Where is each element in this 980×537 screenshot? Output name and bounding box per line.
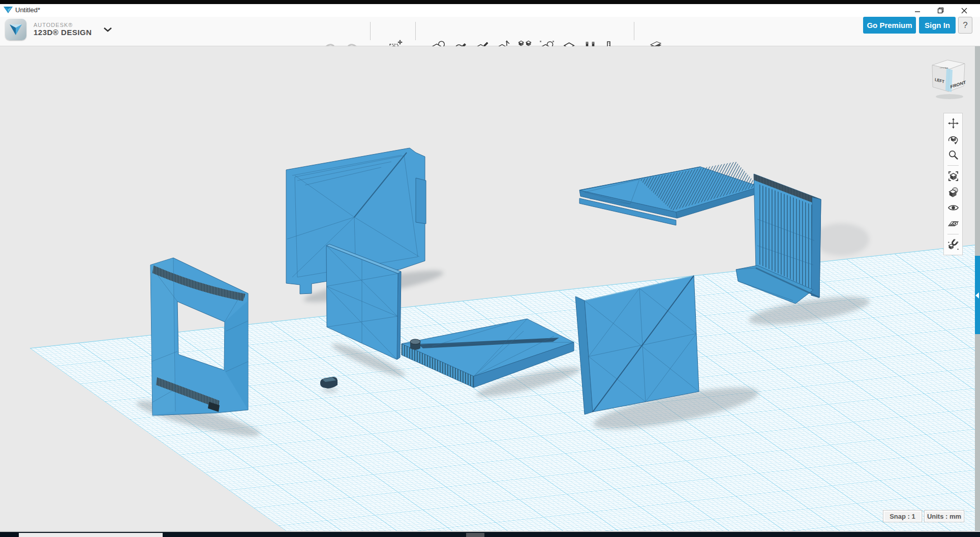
taskbar-strip	[0, 531, 980, 537]
nav-divider	[947, 234, 959, 234]
top-black-strip	[0, 0, 980, 4]
units-setting[interactable]: Units : mm	[924, 510, 964, 522]
viewport[interactable]: TOP LEFT FRONT	[0, 46, 980, 531]
restore-button[interactable]	[930, 4, 951, 17]
snap-toggle-icon[interactable]	[944, 237, 962, 253]
go-premium-button[interactable]: Go Premium	[863, 17, 916, 34]
taskbar-segment	[484, 533, 980, 537]
app-window: Untitled* AUTODESK® 123D® DESIGN	[0, 0, 980, 537]
minimize-button[interactable]	[907, 4, 928, 17]
show-hide-icon[interactable]	[944, 200, 962, 216]
toolbar-separator	[634, 22, 634, 40]
pan-icon[interactable]	[944, 115, 962, 131]
toolbar-separator	[415, 22, 416, 40]
chevron-down-icon[interactable]	[103, 27, 112, 32]
taskbar-segment	[466, 533, 484, 537]
fit-view-icon[interactable]	[944, 168, 962, 184]
right-edge-strip	[975, 46, 980, 531]
toolbar-separator	[370, 22, 371, 40]
shading-icon[interactable]	[944, 184, 962, 200]
help-button[interactable]: ?	[958, 17, 972, 34]
app-logo-icon	[4, 7, 13, 14]
snap-setting[interactable]: Snap : 1	[883, 510, 922, 522]
vented-top-cover[interactable]	[579, 162, 761, 225]
taskbar-segment	[0, 533, 19, 537]
close-button[interactable]	[954, 4, 974, 17]
orbit-icon[interactable]	[944, 131, 962, 147]
app-menu[interactable]: AUTODESK® 123D® DESIGN	[5, 19, 112, 40]
taskbar-segment	[163, 533, 466, 537]
zoom-icon[interactable]	[944, 147, 962, 163]
grid-visibility-icon[interactable]	[944, 216, 962, 231]
nav-toolbar	[943, 113, 963, 255]
titlebar: Untitled*	[0, 4, 980, 17]
app-brand-text: AUTODESK® 123D® DESIGN	[34, 22, 92, 36]
panel-expand-arrow-icon	[975, 292, 979, 299]
window-title: Untitled*	[15, 6, 40, 14]
brand-line2: 123D® DESIGN	[34, 28, 92, 37]
panel-expand-handle[interactable]	[975, 256, 980, 334]
nav-divider	[947, 165, 959, 166]
sign-in-button[interactable]: Sign In	[919, 17, 956, 34]
app-brand-icon	[5, 19, 26, 40]
main-toolbar: AUTODESK® 123D® DESIGN	[0, 17, 980, 46]
taskbar-segment	[19, 533, 163, 537]
viewport-canvas[interactable]	[0, 46, 980, 531]
viewcube[interactable]: TOP LEFT FRONT	[925, 54, 972, 101]
